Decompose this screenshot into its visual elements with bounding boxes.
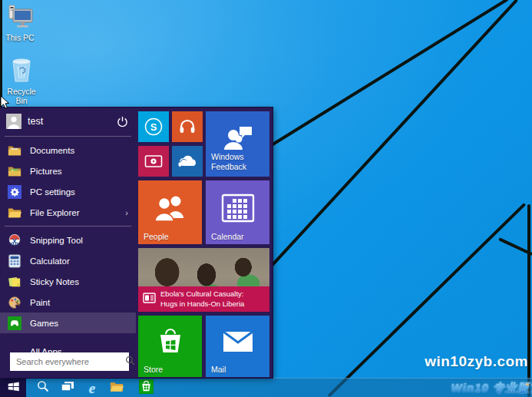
news-caption: Ebola's Cultural Casualty: Hugs in Hands… <box>138 286 269 312</box>
desktop-icon-label: This PC <box>5 33 34 42</box>
task-view-button[interactable] <box>55 379 80 397</box>
file-explorer-icon <box>8 206 21 220</box>
menu-item-label: Calculator <box>30 256 70 266</box>
desktop-icon-label: Recycle Bin <box>7 87 35 105</box>
menu-item-file-explorer[interactable]: File Explorer › <box>0 202 136 223</box>
taskbar-store[interactable] <box>134 379 158 397</box>
wallpaper-line <box>269 0 509 147</box>
menu-item-pc-settings[interactable]: PC settings <box>0 181 136 202</box>
games-xbox-icon <box>8 316 21 330</box>
paint-palette-icon <box>8 296 21 309</box>
tile-label: People <box>144 232 169 241</box>
tile-calendar[interactable]: Calendar <box>206 180 269 244</box>
taskbar-watermark: Win10 专业版官网 <box>451 381 530 395</box>
tile-label: Mail <box>211 365 226 374</box>
store-icon <box>139 379 154 397</box>
internet-explorer-icon: e <box>89 381 95 395</box>
tile-people[interactable]: People <box>138 180 202 244</box>
skype-icon: S <box>138 111 169 142</box>
documents-folder-icon <box>8 144 21 157</box>
menu-item-label: Pictures <box>30 167 62 176</box>
tile-news[interactable]: Ebola's Cultural Casualty: Hugs in Hands… <box>138 248 269 312</box>
search-box[interactable] <box>10 352 129 371</box>
windows-logo-icon <box>7 380 20 396</box>
desktop-watermark: win10zyb.com <box>425 353 528 370</box>
search-input[interactable] <box>16 357 125 366</box>
search-icon <box>37 380 49 395</box>
menu-item-label: Games <box>30 319 58 328</box>
menu-item-sticky-notes[interactable]: Sticky Notes <box>0 271 136 292</box>
menu-item-label: Snipping Tool <box>30 236 83 245</box>
video-player-icon <box>138 146 169 177</box>
snipping-tool-icon <box>8 233 21 247</box>
power-icon[interactable] <box>114 114 130 129</box>
onedrive-cloud-icon <box>172 146 203 177</box>
user-name[interactable]: test <box>28 116 114 127</box>
news-headline-line2: Hugs in Hands-On Liberia <box>160 299 244 308</box>
tile-store[interactable]: Store <box>138 316 202 377</box>
menu-item-label: File Explorer <box>30 208 80 217</box>
news-headline-line1: Ebola's Cultural Casualty: <box>160 289 243 298</box>
tile-label: Calendar <box>211 232 244 241</box>
tile-windows-feedback[interactable]: Windows Feedback <box>206 111 269 177</box>
taskbar-internet-explorer[interactable]: e <box>80 379 104 397</box>
pictures-folder-icon <box>8 164 21 178</box>
tile-label: Windows Feedback <box>211 152 269 172</box>
news-icon <box>143 293 156 306</box>
menu-item-calculator[interactable]: Calculator <box>0 250 136 271</box>
menu-item-label: Paint <box>30 298 50 307</box>
menu-item-label: PC settings <box>30 187 75 197</box>
tile-label: Store <box>144 365 163 374</box>
headphones-icon <box>172 111 203 142</box>
recycle-bin-icon <box>2 55 41 84</box>
divider <box>5 136 131 137</box>
start-button[interactable] <box>0 379 26 397</box>
start-menu-left-column: test Documents Pictures PC settings <box>0 108 136 378</box>
mouse-cursor <box>0 95 10 113</box>
tile-mail[interactable]: Mail <box>206 316 269 377</box>
tile-video[interactable] <box>138 146 169 177</box>
svg-text:S: S <box>150 121 157 133</box>
tile-music[interactable] <box>172 111 203 142</box>
taskbar-file-explorer[interactable] <box>104 379 129 397</box>
wallpaper-line <box>269 0 518 268</box>
menu-item-documents[interactable]: Documents <box>0 140 136 160</box>
user-avatar[interactable] <box>6 114 21 129</box>
menu-item-paint[interactable]: Paint <box>0 292 136 313</box>
menu-item-pictures[interactable]: Pictures <box>0 160 136 181</box>
tile-onedrive[interactable] <box>172 146 203 177</box>
pc-settings-gear-icon <box>8 185 21 199</box>
calculator-icon <box>8 254 21 268</box>
news-headline: Ebola's Cultural Casualty: Hugs in Hands… <box>160 289 244 309</box>
menu-item-label: Documents <box>30 146 74 155</box>
this-pc-icon <box>0 5 40 31</box>
chevron-right-icon[interactable]: › <box>125 208 128 217</box>
desktop-icon-this-pc[interactable]: This PC <box>0 5 40 42</box>
menu-item-snipping-tool[interactable]: Snipping Tool <box>0 230 136 250</box>
taskbar-search-button[interactable] <box>31 379 55 397</box>
file-explorer-icon <box>110 381 124 395</box>
menu-item-label: Sticky Notes <box>30 277 79 286</box>
divider <box>5 226 131 227</box>
sticky-notes-icon <box>8 275 21 289</box>
menu-item-games[interactable]: Games <box>0 313 136 333</box>
start-menu: test Documents Pictures PC settings <box>0 108 273 378</box>
search-icon[interactable] <box>125 355 135 369</box>
tile-skype[interactable]: S <box>138 111 169 142</box>
task-view-icon <box>61 381 74 395</box>
user-row: test <box>0 110 136 133</box>
watermark-text: Win10 专业版官网 <box>451 381 532 395</box>
taskbar: e Win10 专业版官网 <box>0 378 532 397</box>
